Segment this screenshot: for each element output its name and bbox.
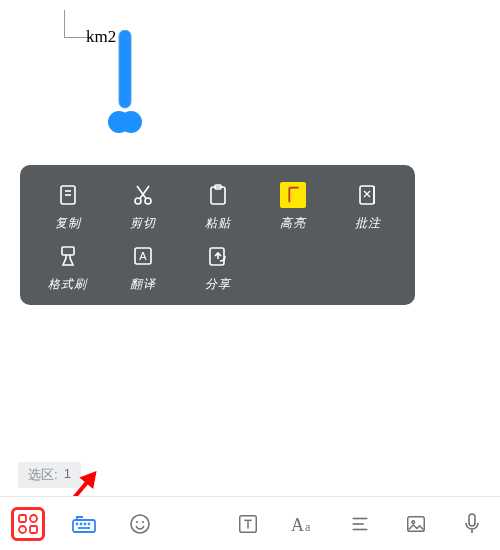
translate-button[interactable]: A 翻译 bbox=[105, 242, 180, 293]
menu-label: 格式刷 bbox=[48, 276, 87, 293]
selection-count: 1 bbox=[64, 466, 71, 484]
document-canvas[interactable]: km2 复制 剪切 粘贴 bbox=[0, 0, 500, 550]
microphone-icon bbox=[462, 512, 482, 536]
svg-rect-19 bbox=[19, 515, 26, 522]
voice-button[interactable] bbox=[458, 510, 486, 538]
annotate-icon bbox=[354, 181, 382, 209]
svg-point-25 bbox=[81, 523, 82, 524]
share-button[interactable]: 分享 bbox=[180, 242, 255, 293]
text-frame-icon bbox=[237, 513, 259, 535]
svg-point-41 bbox=[412, 520, 415, 523]
cut-icon bbox=[129, 181, 157, 209]
svg-text:a: a bbox=[305, 520, 311, 534]
svg-rect-42 bbox=[469, 514, 475, 526]
grid-apps-icon bbox=[16, 512, 40, 536]
menu-label: 批注 bbox=[355, 215, 381, 232]
menu-label: 翻译 bbox=[130, 276, 156, 293]
keyboard-button[interactable] bbox=[70, 510, 98, 538]
font-button[interactable]: A a bbox=[290, 510, 318, 538]
highlight-button[interactable]: 高亮 bbox=[255, 181, 330, 232]
emoji-icon bbox=[128, 512, 152, 536]
svg-rect-20 bbox=[30, 515, 37, 522]
image-icon bbox=[405, 513, 427, 535]
translate-icon: A bbox=[129, 242, 157, 270]
align-button[interactable] bbox=[346, 510, 374, 538]
svg-point-31 bbox=[142, 521, 144, 523]
image-button[interactable] bbox=[402, 510, 430, 538]
svg-rect-40 bbox=[408, 516, 425, 531]
svg-rect-0 bbox=[119, 30, 131, 108]
emoji-button[interactable] bbox=[126, 510, 154, 538]
context-menu-row: 格式刷 A 翻译 分享 bbox=[30, 242, 405, 293]
svg-point-7 bbox=[145, 198, 151, 204]
selection-context-menu: 复制 剪切 粘贴 高亮 bbox=[20, 165, 415, 305]
highlight-icon bbox=[279, 181, 307, 209]
menu-label: 复制 bbox=[55, 215, 81, 232]
bottom-toolbar: A a bbox=[0, 496, 500, 550]
svg-point-26 bbox=[85, 523, 86, 524]
font-aa-icon: A a bbox=[291, 513, 317, 535]
svg-rect-21 bbox=[19, 526, 26, 533]
cut-button[interactable]: 剪切 bbox=[105, 181, 180, 232]
format-brush-icon bbox=[54, 242, 82, 270]
svg-point-30 bbox=[136, 521, 138, 523]
selection-count-pill[interactable]: 选区: 1 bbox=[18, 462, 81, 488]
svg-point-24 bbox=[77, 523, 78, 524]
paste-icon bbox=[204, 181, 232, 209]
svg-point-29 bbox=[131, 515, 149, 533]
svg-rect-22 bbox=[30, 526, 37, 533]
thermometer-shape[interactable] bbox=[108, 30, 142, 140]
svg-point-27 bbox=[89, 523, 90, 524]
align-lines-icon bbox=[349, 513, 371, 535]
context-menu-row: 复制 剪切 粘贴 高亮 bbox=[30, 181, 405, 232]
menu-label: 高亮 bbox=[280, 215, 306, 232]
menu-label: 分享 bbox=[205, 276, 231, 293]
share-icon bbox=[204, 242, 232, 270]
selection-label: 选区: bbox=[28, 466, 58, 484]
menu-label: 粘贴 bbox=[205, 215, 231, 232]
copy-icon bbox=[54, 181, 82, 209]
keyboard-icon bbox=[71, 512, 97, 536]
svg-rect-18 bbox=[210, 248, 224, 265]
svg-text:A: A bbox=[291, 515, 304, 535]
menu-label: 剪切 bbox=[130, 215, 156, 232]
annotate-button[interactable]: 批注 bbox=[330, 181, 405, 232]
svg-rect-23 bbox=[73, 520, 95, 532]
apps-button[interactable] bbox=[14, 510, 42, 538]
textbox-button[interactable] bbox=[234, 510, 262, 538]
copy-button[interactable]: 复制 bbox=[30, 181, 105, 232]
svg-text:A: A bbox=[139, 250, 147, 262]
svg-point-6 bbox=[135, 198, 141, 204]
paste-button[interactable]: 粘贴 bbox=[180, 181, 255, 232]
svg-point-2 bbox=[120, 111, 142, 133]
svg-rect-14 bbox=[360, 186, 374, 204]
svg-rect-15 bbox=[62, 247, 74, 255]
format-brush-button[interactable]: 格式刷 bbox=[30, 242, 105, 293]
